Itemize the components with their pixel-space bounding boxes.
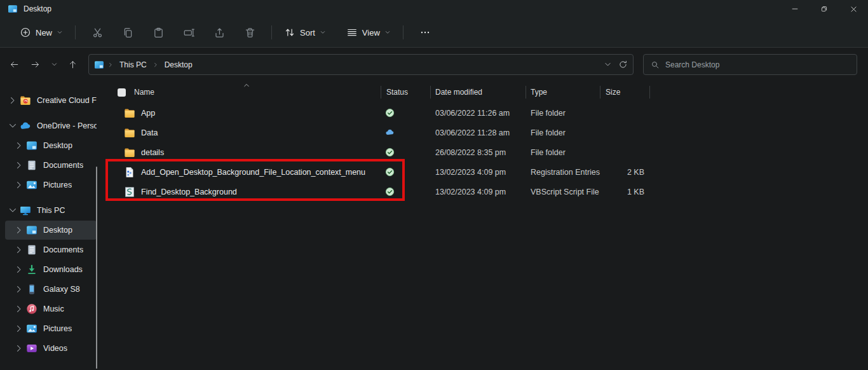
copy-button[interactable] — [114, 22, 141, 43]
location-icon — [94, 60, 104, 70]
search-box[interactable] — [643, 54, 857, 75]
close-button[interactable] — [839, 0, 868, 18]
back-button[interactable] — [4, 55, 24, 74]
column-label: Type — [531, 88, 547, 97]
sidebar-item-galaxy-s8[interactable]: Galaxy S8 — [5, 280, 97, 299]
share-icon — [214, 27, 226, 39]
chevron-right-icon[interactable] — [14, 180, 24, 190]
search-input[interactable] — [665, 60, 850, 69]
chevron-right-icon[interactable] — [14, 160, 24, 170]
file-row-details[interactable]: details 26/08/2022 8:35 pm File folder — [102, 142, 868, 162]
file-name: Data — [141, 128, 158, 137]
sidebar-item-desktop[interactable]: Desktop — [5, 221, 97, 240]
sidebar-item-downloads[interactable]: Downloads — [5, 260, 97, 279]
column-header-status[interactable]: Status — [381, 86, 431, 99]
chevron-right-icon[interactable] — [14, 264, 24, 275]
column-label: Name — [134, 88, 154, 97]
file-type: Registration Entries — [526, 168, 600, 177]
file-row-data[interactable]: Data 03/06/2022 11:28 am File folder — [102, 123, 868, 142]
forward-button[interactable] — [25, 55, 45, 74]
file-row-add-open-context-menu[interactable]: Add_Open_Desktop_Background_File_Locatio… — [102, 162, 868, 182]
up-button[interactable] — [63, 55, 83, 74]
column-header-date-modified[interactable]: Date modified — [431, 86, 526, 99]
registry-file-icon — [124, 167, 135, 178]
sidebar-item-onedrive-desktop[interactable]: Desktop — [5, 136, 97, 155]
chevron-right-icon[interactable] — [14, 343, 24, 353]
chevron-down-icon — [384, 29, 391, 36]
column-header-size[interactable]: Size — [600, 86, 650, 99]
column-header-type[interactable]: Type — [526, 86, 600, 99]
file-type: File folder — [526, 148, 600, 157]
sidebar-item-label: Galaxy S8 — [43, 285, 80, 294]
sidebar-item-documents[interactable]: Documents — [5, 240, 97, 259]
delete-icon — [244, 27, 256, 39]
sidebar-item-onedrive-documents[interactable]: Documents — [5, 156, 97, 175]
chevron-down-icon[interactable] — [8, 205, 18, 216]
up-arrow-icon — [68, 60, 78, 69]
sidebar-item-this-pc[interactable]: This PC — [5, 201, 97, 220]
sidebar-item-onedrive[interactable]: OneDrive - Perso — [5, 116, 97, 135]
file-row-app[interactable]: App 03/06/2022 11:26 am File folder — [102, 103, 868, 123]
app-window-icon — [8, 4, 18, 14]
search-icon — [651, 60, 660, 69]
sidebar-item-videos[interactable]: Videos — [5, 339, 97, 358]
window-controls — [780, 0, 868, 18]
breadcrumb-desktop[interactable]: Desktop — [162, 59, 195, 71]
minimize-button[interactable] — [780, 0, 810, 18]
chevron-right-icon[interactable] — [14, 304, 24, 314]
folder-icon — [124, 127, 135, 139]
onedrive-cloud-icon — [20, 120, 31, 132]
see-more-button[interactable] — [412, 22, 438, 43]
ellipsis-icon — [419, 27, 431, 38]
chevron-down-icon[interactable] — [8, 121, 18, 131]
paste-button[interactable] — [145, 22, 172, 43]
column-headers: Name Status Date modified Type Size — [102, 81, 868, 103]
restore-button[interactable] — [810, 0, 839, 18]
status-cloud-icon — [385, 128, 395, 137]
toolbar-separator — [75, 25, 76, 39]
status-synced-icon — [385, 167, 395, 177]
view-button[interactable]: View — [341, 22, 397, 43]
share-button[interactable] — [206, 22, 233, 43]
status-synced-icon — [385, 108, 395, 118]
breadcrumb-this-pc[interactable]: This PC — [117, 59, 149, 71]
column-header-name[interactable]: Name — [102, 86, 381, 99]
sidebar-item-pictures[interactable]: Pictures — [5, 319, 97, 338]
sidebar-scrollbar[interactable] — [96, 167, 97, 369]
creative-cloud-folder-icon — [20, 95, 31, 106]
chevron-right-icon[interactable] — [14, 324, 24, 334]
toolbar-separator — [403, 25, 403, 39]
address-dropdown-icon[interactable] — [604, 60, 612, 69]
address-bar[interactable]: This PC Desktop — [88, 54, 634, 75]
chevron-right-icon[interactable] — [8, 95, 18, 106]
sidebar-item-label: Videos — [43, 344, 67, 353]
sidebar-item-label: Desktop — [43, 141, 72, 150]
recent-locations-button[interactable] — [46, 55, 62, 74]
chevron-right-icon[interactable] — [14, 284, 24, 294]
chevron-right-icon[interactable] — [14, 245, 24, 255]
title-bar: Desktop — [0, 0, 868, 18]
sidebar-item-creative-cloud[interactable]: Creative Cloud F — [5, 91, 97, 110]
chevron-right-icon[interactable] — [14, 225, 24, 235]
delete-button[interactable] — [236, 22, 263, 43]
chevron-right-icon[interactable] — [14, 140, 24, 151]
sort-button[interactable]: Sort — [278, 22, 332, 43]
select-all-checkbox[interactable] — [118, 88, 126, 97]
navigation-pane: Creative Cloud F OneDrive - Perso Deskto… — [0, 81, 102, 370]
cut-button[interactable] — [84, 22, 111, 43]
window-title: Desktop — [24, 4, 51, 13]
rename-icon — [183, 27, 195, 39]
sidebar-item-label: This PC — [37, 206, 65, 215]
new-button-label: New — [36, 28, 52, 38]
rename-button[interactable] — [175, 22, 202, 43]
sidebar-item-onedrive-pictures[interactable]: Pictures — [5, 175, 97, 195]
sidebar-item-music[interactable]: Music — [5, 299, 97, 319]
pictures-icon — [26, 179, 37, 191]
back-arrow-icon — [10, 60, 19, 69]
new-button[interactable]: New — [14, 22, 69, 43]
breadcrumb-chevron-icon — [153, 62, 159, 68]
file-row-find-desktop-background[interactable]: Find_Desktop_Background 13/02/2023 4:09 … — [102, 182, 868, 202]
refresh-icon[interactable] — [618, 60, 628, 69]
status-synced-icon — [385, 187, 395, 196]
sidebar-item-label: Pictures — [43, 181, 72, 189]
